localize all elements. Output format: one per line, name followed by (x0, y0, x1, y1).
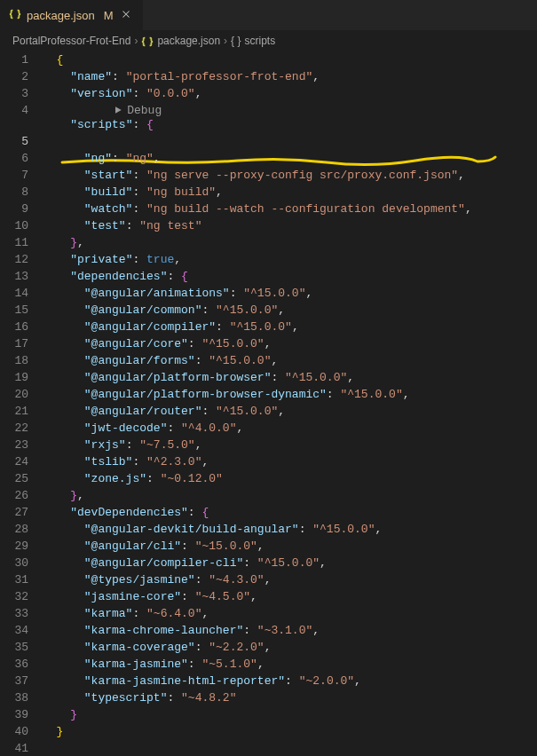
code-line[interactable]: }, (43, 487, 537, 504)
code-line[interactable]: } (43, 723, 537, 740)
tab-modified-indicator: M (104, 9, 114, 22)
code-line[interactable] (43, 133, 537, 150)
debug-codelens[interactable]: Debug (43, 102, 537, 116)
line-numbers: 1234567891011121314151617181920212223242… (0, 51, 43, 755)
code-line[interactable]: "version": "0.0.0", (43, 85, 537, 102)
close-icon[interactable] (118, 6, 134, 26)
code-line[interactable]: "typescript": "~4.8.2" (43, 689, 537, 706)
code-line[interactable]: "@angular-devkit/build-angular": "^15.0.… (43, 521, 537, 538)
code-line[interactable]: "karma-jasmine-html-reporter": "~2.0.0", (43, 673, 537, 689)
json-icon (141, 35, 154, 48)
code-line[interactable]: } (43, 706, 537, 723)
code-content[interactable]: { "name": "portal-professor-frot-end", "… (43, 51, 537, 755)
breadcrumb-section[interactable]: scripts (244, 35, 275, 47)
braces-icon: { } (231, 35, 241, 47)
code-line[interactable]: }, (43, 234, 537, 251)
code-line[interactable]: "watch": "ng build --watch --configurati… (43, 201, 537, 217)
code-line[interactable]: "karma": "~6.4.0", (43, 605, 537, 622)
code-editor[interactable]: 1234567891011121314151617181920212223242… (0, 51, 537, 755)
code-line[interactable]: "karma-coverage": "~2.2.0", (43, 639, 537, 656)
code-line[interactable]: { (43, 51, 537, 68)
code-line[interactable]: "start": "ng serve --proxy-config src/pr… (43, 167, 537, 184)
code-line[interactable]: "devDependencies": { (43, 504, 537, 521)
code-line[interactable]: "dependencies": { (43, 268, 537, 285)
tab-package-json[interactable]: package.json M (0, 0, 143, 30)
code-line[interactable]: "scripts": { (43, 116, 537, 133)
code-line[interactable]: "ng": "ng", (43, 150, 537, 167)
code-line[interactable]: "karma-jasmine": "~5.1.0", (43, 656, 537, 673)
breadcrumb[interactable]: PortalProfessor-Frot-End › package.json … (0, 31, 537, 51)
code-line[interactable]: "@angular/compiler-cli": "^15.0.0", (43, 555, 537, 571)
breadcrumb-folder[interactable]: PortalProfessor-Frot-End (12, 35, 130, 47)
breadcrumb-file[interactable]: package.json (157, 35, 220, 47)
chevron-right-icon: › (224, 35, 227, 47)
code-line[interactable]: "private": true, (43, 251, 537, 268)
code-line[interactable]: "build": "ng build", (43, 184, 537, 201)
code-line[interactable]: "rxjs": "~7.5.0", (43, 437, 537, 453)
tab-bar: package.json M (0, 0, 537, 31)
code-line[interactable]: "zone.js": "~0.12.0" (43, 470, 537, 487)
code-line[interactable] (43, 740, 537, 755)
code-line[interactable]: "jwt-decode": "^4.0.0", (43, 420, 537, 437)
code-line[interactable]: "name": "portal-professor-frot-end", (43, 68, 537, 85)
code-line[interactable]: "@angular/animations": "^15.0.0", (43, 285, 537, 302)
code-line[interactable]: "@angular/platform-browser": "^15.0.0", (43, 369, 537, 386)
tab-label: package.json (27, 9, 95, 22)
code-line[interactable]: "@angular/cli": "~15.0.0", (43, 538, 537, 555)
code-line[interactable]: "tslib": "^2.3.0", (43, 453, 537, 470)
code-line[interactable]: "@types/jasmine": "~4.3.0", (43, 571, 537, 588)
code-line[interactable]: "@angular/compiler": "^15.0.0", (43, 319, 537, 335)
code-line[interactable]: "karma-chrome-launcher": "~3.1.0", (43, 622, 537, 639)
json-icon (9, 8, 21, 24)
code-line[interactable]: "@angular/core": "^15.0.0", (43, 335, 537, 352)
code-line[interactable]: "test": "ng test" (43, 217, 537, 234)
code-line[interactable]: "@angular/platform-browser-dynamic": "^1… (43, 386, 537, 403)
code-line[interactable]: "@angular/forms": "^15.0.0", (43, 352, 537, 369)
code-line[interactable]: "@angular/common": "^15.0.0", (43, 302, 537, 319)
code-line[interactable]: "jasmine-core": "~4.5.0", (43, 588, 537, 605)
chevron-right-icon: › (134, 35, 138, 47)
code-line[interactable]: "@angular/router": "^15.0.0", (43, 403, 537, 420)
